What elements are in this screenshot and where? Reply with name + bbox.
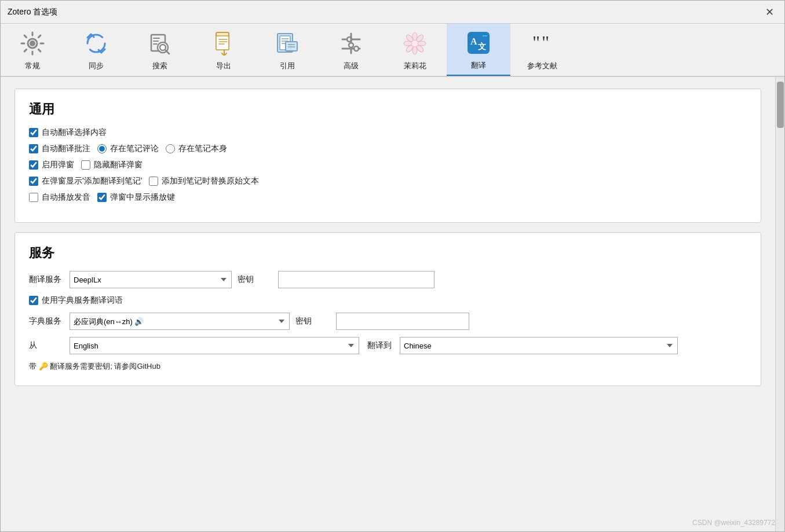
- option-row-sound: 自动播放发音 弹窗中显示播放键: [29, 192, 747, 203]
- toolbar-item-translate[interactable]: A 文 翻译: [447, 24, 510, 76]
- svg-text:": ": [532, 32, 540, 53]
- general-section: 通用 自动翻译选择内容 自动翻译批注 存在笔记: [14, 89, 761, 223]
- show-add-to-note-label[interactable]: 在弹窗显示'添加翻译到笔记': [29, 176, 142, 186]
- auto-translate-annotation-checkbox[interactable]: [29, 144, 38, 153]
- use-dict-row: 使用字典服务翻译词语: [29, 295, 747, 306]
- services-section: 服务 翻译服务 DeeplLx DeepL Google Bing Youdao…: [14, 232, 761, 386]
- main-panel: 通用 自动翻译选择内容 自动翻译批注 存在笔记: [1, 77, 775, 531]
- toolbar-label-sync: 同步: [89, 61, 104, 71]
- footer-note: 带 🔑 翻译服务需要密钥; 请参阅GitHub: [29, 361, 747, 372]
- dict-key-input[interactable]: [336, 313, 469, 330]
- export-icon: [210, 30, 238, 57]
- svg-point-1: [30, 41, 35, 46]
- toolbar-label-translate: 翻译: [471, 60, 486, 71]
- main-window: Zotero 首选项 ✕ 常规: [0, 0, 785, 532]
- auto-translate-annotation-text: 自动翻译批注: [42, 144, 90, 154]
- toolbar-item-cite[interactable]: 引用: [255, 24, 319, 76]
- enable-popup-text: 启用弹窗: [42, 160, 74, 170]
- from-select[interactable]: English Chinese Japanese French: [70, 337, 359, 354]
- svg-text:文: 文: [478, 42, 486, 51]
- toolbar-label-advanced: 高级: [344, 61, 359, 71]
- general-section-title: 通用: [29, 101, 747, 118]
- enable-popup-label[interactable]: 启用弹窗: [29, 160, 74, 170]
- svg-point-27: [347, 37, 352, 42]
- services-section-title: 服务: [29, 244, 747, 262]
- hide-popup-checkbox[interactable]: [81, 160, 90, 170]
- translate-service-row: 翻译服务 DeeplLx DeepL Google Bing Youdao 密钥: [29, 271, 747, 288]
- auto-play-sound-text: 自动播放发音: [42, 192, 90, 203]
- advanced-icon: [337, 30, 365, 57]
- reference-icon: " ": [528, 30, 556, 57]
- svg-point-33: [412, 46, 417, 54]
- option-row-add-to-note: 在弹窗显示'添加翻译到笔记' 添加到笔记时替换原始文本: [29, 176, 747, 186]
- close-button[interactable]: ✕: [761, 4, 777, 20]
- svg-rect-19: [286, 42, 297, 51]
- use-dict-label[interactable]: 使用字典服务翻译词语: [29, 295, 123, 306]
- toolbar-item-general[interactable]: 常规: [1, 24, 64, 76]
- show-add-to-note-text: 在弹窗显示'添加翻译到笔记': [42, 176, 142, 186]
- show-play-btn-label[interactable]: 弹窗中显示播放键: [97, 192, 175, 203]
- radio-in-note-comment-label[interactable]: 存在笔记评论: [97, 144, 159, 154]
- toolbar-label-search: 搜索: [152, 61, 167, 71]
- window-title: Zotero 首选项: [8, 7, 57, 17]
- toolbar-item-sync[interactable]: 同步: [64, 24, 128, 76]
- auto-translate-annotation-label[interactable]: 自动翻译批注: [29, 144, 90, 154]
- hide-popup-text: 隐藏翻译弹窗: [94, 160, 143, 170]
- jasmine-icon: [401, 30, 429, 57]
- scrollbar-thumb[interactable]: [777, 82, 784, 128]
- toolbar-label-jasmine: 茉莉花: [404, 61, 426, 71]
- cite-icon: [273, 30, 301, 57]
- radio-in-note-body[interactable]: [166, 144, 175, 153]
- to-select[interactable]: Chinese English Japanese French: [400, 337, 678, 354]
- toolbar-item-jasmine[interactable]: 茉莉花: [383, 24, 447, 76]
- watermark: CSDN @weixin_43289772: [692, 519, 775, 527]
- radio-in-note-comment-text: 存在笔记评论: [110, 144, 159, 154]
- to-label: 翻译到: [365, 340, 394, 351]
- enable-popup-checkbox[interactable]: [29, 160, 38, 170]
- from-to-row: 从 English Chinese Japanese French 翻译到 Ch…: [29, 337, 747, 354]
- translate-service-select[interactable]: DeeplLx DeepL Google Bing Youdao: [70, 271, 232, 288]
- dict-service-label: 字典服务: [29, 316, 64, 326]
- replace-original-text: 添加到笔记时替换原始文本: [162, 176, 259, 186]
- option-row-auto-translate-annotation: 自动翻译批注 存在笔记评论 存在笔记本身: [29, 144, 747, 154]
- toolbar-item-search[interactable]: 搜索: [128, 24, 192, 76]
- dict-service-select[interactable]: 必应词典(en↔zh) 🔊 有道词典 欧陆词典: [70, 313, 290, 330]
- radio-in-note-body-label[interactable]: 存在笔记本身: [166, 144, 227, 154]
- svg-point-32: [412, 32, 417, 41]
- dict-key-label: 密钥: [295, 316, 330, 326]
- title-bar: Zotero 首选项 ✕: [1, 1, 784, 24]
- auto-play-sound-label[interactable]: 自动播放发音: [29, 192, 90, 203]
- show-play-btn-checkbox[interactable]: [97, 193, 107, 202]
- show-play-btn-text: 弹窗中显示播放键: [110, 192, 175, 203]
- toolbar-label-cite: 引用: [280, 61, 295, 71]
- replace-original-checkbox[interactable]: [149, 177, 158, 186]
- svg-rect-10: [216, 36, 229, 50]
- gear-icon: [19, 30, 46, 57]
- translate-key-label: 密钥: [238, 274, 272, 285]
- replace-original-label[interactable]: 添加到笔记时替换原始文本: [149, 176, 259, 186]
- translate-key-input[interactable]: [278, 271, 435, 288]
- radio-in-note-comment[interactable]: [97, 144, 107, 153]
- auto-translate-selection-text: 自动翻译选择内容: [42, 127, 107, 138]
- svg-point-30: [354, 46, 359, 51]
- option-row-popup: 启用弹窗 隐藏翻译弹窗: [29, 160, 747, 170]
- show-add-to-note-checkbox[interactable]: [29, 177, 38, 186]
- option-row-auto-translate-selection: 自动翻译选择内容: [29, 127, 747, 138]
- toolbar-item-export[interactable]: 导出: [192, 24, 255, 76]
- use-dict-checkbox[interactable]: [29, 296, 38, 305]
- translate-service-label: 翻译服务: [29, 274, 64, 285]
- auto-translate-selection-label[interactable]: 自动翻译选择内容: [29, 127, 107, 138]
- auto-translate-selection-checkbox[interactable]: [29, 128, 38, 137]
- hide-popup-label[interactable]: 隐藏翻译弹窗: [81, 160, 143, 170]
- sync-icon: [82, 30, 110, 57]
- svg-text:A: A: [470, 36, 477, 46]
- svg-text:": ": [542, 32, 549, 53]
- search-icon: [146, 30, 174, 57]
- use-dict-text: 使用字典服务翻译词语: [42, 295, 123, 306]
- toolbar-item-advanced[interactable]: 高级: [319, 24, 383, 76]
- scrollbar-track[interactable]: [775, 77, 784, 531]
- content-area: 通用 自动翻译选择内容 自动翻译批注 存在笔记: [1, 77, 784, 531]
- translate-icon: A 文: [465, 29, 492, 57]
- toolbar-item-reference[interactable]: " " 参考文献: [510, 24, 574, 76]
- auto-play-sound-checkbox[interactable]: [29, 193, 38, 202]
